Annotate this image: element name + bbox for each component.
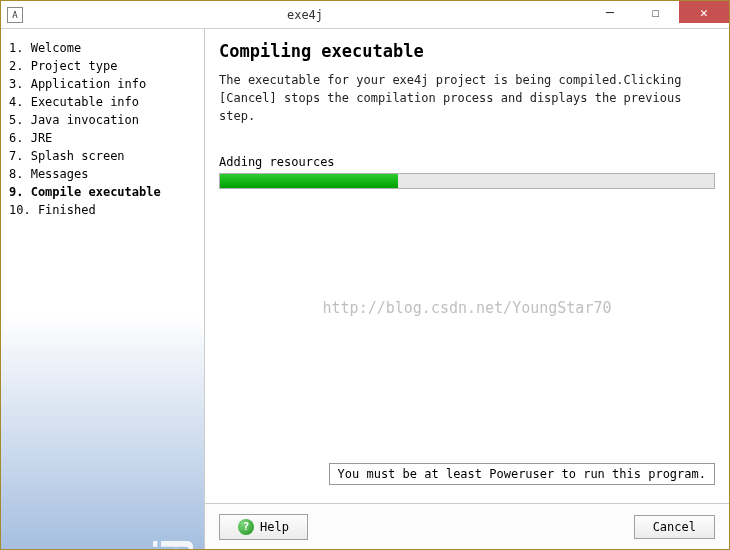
sidebar-step: 8. Messages xyxy=(9,165,196,183)
window-title: exe4j xyxy=(23,8,587,22)
sidebar-step: 6. JRE xyxy=(9,129,196,147)
button-bar: ? Help Cancel xyxy=(205,503,729,549)
progress-bar xyxy=(219,173,715,189)
step-list: 1. Welcome2. Project type3. Application … xyxy=(9,39,196,219)
titlebar: A exe4j ─ ☐ ✕ xyxy=(1,1,729,29)
content-area: 1. Welcome2. Project type3. Application … xyxy=(1,29,729,549)
sidebar-step: 5. Java invocation xyxy=(9,111,196,129)
minimize-button[interactable]: ─ xyxy=(587,1,633,23)
sidebar-step: 9. Compile executable xyxy=(9,183,196,201)
sidebar-step: 1. Welcome xyxy=(9,39,196,57)
help-icon: ? xyxy=(238,519,254,535)
sidebar-step: 3. Application info xyxy=(9,75,196,93)
sidebar: 1. Welcome2. Project type3. Application … xyxy=(1,29,205,549)
sidebar-step: 7. Splash screen xyxy=(9,147,196,165)
warning-message: You must be at least Poweruser to run th… xyxy=(329,463,715,485)
watermark-text: http://blog.csdn.net/YoungStar70 xyxy=(323,299,612,317)
progress-status: Adding resources xyxy=(219,155,715,169)
help-button-label: Help xyxy=(260,520,289,534)
brand-watermark: exe4j xyxy=(146,539,194,550)
cancel-button[interactable]: Cancel xyxy=(634,515,715,539)
sidebar-step: 4. Executable info xyxy=(9,93,196,111)
progress-fill xyxy=(220,174,398,188)
main-panel: Compiling executable The executable for … xyxy=(205,29,729,549)
close-button[interactable]: ✕ xyxy=(679,1,729,23)
page-description: The executable for your exe4j project is… xyxy=(219,71,715,125)
sidebar-step: 2. Project type xyxy=(9,57,196,75)
app-icon: A xyxy=(7,7,23,23)
page-title: Compiling executable xyxy=(219,41,715,61)
sidebar-step: 10. Finished xyxy=(9,201,196,219)
maximize-button[interactable]: ☐ xyxy=(633,1,679,23)
window-controls: ─ ☐ ✕ xyxy=(587,1,729,28)
cancel-button-label: Cancel xyxy=(653,520,696,534)
help-button[interactable]: ? Help xyxy=(219,514,308,540)
